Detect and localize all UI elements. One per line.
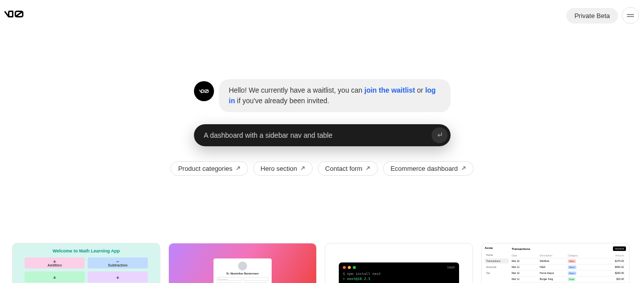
submit-button[interactable] <box>432 127 448 143</box>
tile-addition: +Addition <box>25 257 85 268</box>
nav-item: Transactions <box>485 258 509 263</box>
table-row: Mar 11Burger KingFood$15.00 <box>512 276 626 282</box>
card-title: Welcome to Math Learning App <box>25 248 148 253</box>
chip-label: Contact form <box>325 165 362 172</box>
chip-label: Ecommerce dashboard <box>390 165 458 172</box>
enter-icon <box>436 131 443 140</box>
terminal-dots <box>343 266 356 269</box>
assistant-avatar <box>194 81 214 101</box>
table-row: Mar 11IKEAHome$450.31 <box>512 264 626 270</box>
join-waitlist-link[interactable]: join the waitlist <box>364 86 415 94</box>
download-button: Download <box>613 246 626 251</box>
chip-product-categories[interactable]: Product categories <box>170 161 248 176</box>
prompt-input[interactable] <box>204 131 432 139</box>
chat-text: Hello! We currently have a waitlist, you… <box>229 86 365 94</box>
chat-text: if you've already been invited. <box>235 97 329 105</box>
brand: Acme <box>485 246 509 249</box>
preview-card-terminal[interactable]: bash $ npm install next + next@10.2.3 <box>325 243 473 283</box>
chat-message: Hello! We currently have a waitlist, you… <box>219 79 451 112</box>
nav-item: Home <box>485 252 509 257</box>
arrow-up-right-icon <box>300 165 305 172</box>
chip-ecommerce-dashboard[interactable]: Ecommerce dashboard <box>383 161 473 176</box>
form-field <box>244 277 269 281</box>
terminal-line: + next@10.2.3 <box>343 277 455 281</box>
chip-label: Product categories <box>178 165 232 172</box>
form-field: First name <box>217 277 242 281</box>
prompt-input-container <box>194 124 451 146</box>
arrow-up-right-icon <box>461 165 466 172</box>
arrow-up-right-icon <box>236 165 241 172</box>
logo <box>4 10 24 21</box>
preview-card-profile-form[interactable]: Dr. Maximilian Mustermann First name Pos… <box>168 243 317 283</box>
form-avatar <box>238 261 247 270</box>
tile-subtraction: −Subtraction <box>88 257 148 268</box>
preview-card-transactions[interactable]: Acme Home Transactions Accounts Tax Tran… <box>481 243 629 283</box>
form-name: Dr. Maximilian Mustermann <box>217 272 269 275</box>
chip-label: Hero section <box>261 165 297 172</box>
menu-button[interactable] <box>622 7 639 24</box>
preview-card-math-app[interactable]: Welcome to Math Learning App +Addition −… <box>12 243 160 283</box>
table-title: Transactions <box>512 247 530 250</box>
tile: + <box>88 271 148 282</box>
transactions-table: Date Description Category Amount Mar 12W… <box>512 253 626 282</box>
table-row: Mar 12Home DepotHome$200.00 <box>512 270 626 276</box>
table-row: Mar 12WeWorkOffice$175.00 <box>512 258 626 264</box>
chat-text: or <box>415 86 425 94</box>
terminal-line: $ npm install next <box>343 272 455 276</box>
private-beta-button[interactable]: Private Beta <box>566 8 618 24</box>
chip-contact-form[interactable]: Contact form <box>318 161 378 176</box>
suggestion-chips: Product categories Hero section Contact … <box>170 161 473 176</box>
tile: + <box>25 271 85 282</box>
menu-icon <box>627 12 634 20</box>
nav-item: Accounts <box>485 264 509 269</box>
chip-hero-section[interactable]: Hero section <box>253 161 313 176</box>
nav-item: Tax <box>485 270 509 275</box>
terminal-label: bash <box>448 265 455 269</box>
arrow-up-right-icon <box>365 165 370 172</box>
